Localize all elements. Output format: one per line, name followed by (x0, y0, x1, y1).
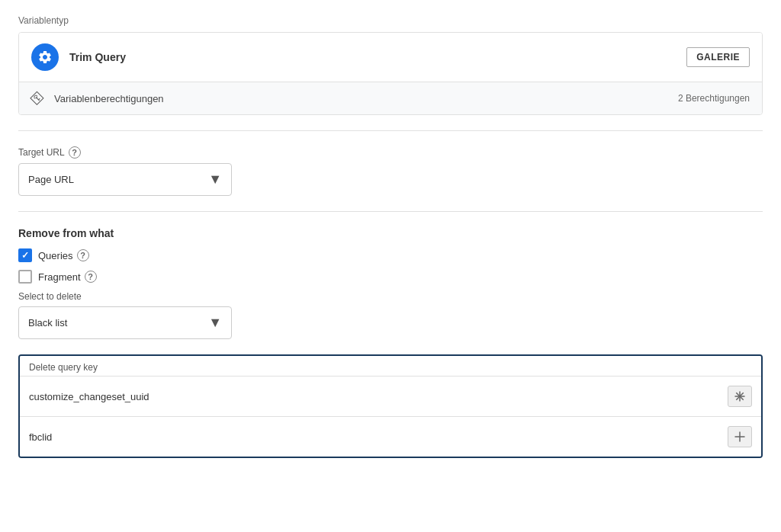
queries-checkbox-row: ✓ Queries ? (18, 248, 763, 262)
delete-icon-2 (733, 430, 747, 444)
variable-card: Trim Query GALERIE ⚿ Variablenberechtigu… (18, 32, 763, 115)
fragment-checkbox[interactable] (18, 270, 32, 284)
query-key-row-2: fbclid (20, 416, 761, 457)
trim-query-name: Trim Query (69, 51, 686, 63)
remove-section-title: Remove from what (18, 227, 763, 239)
permissions-row: ⚿ Variablenberechtigungen 2 Berechtigung… (19, 82, 762, 114)
query-key-row-1: customize_changeset_uuid (20, 376, 761, 416)
trim-query-icon (31, 43, 59, 71)
target-url-dropdown[interactable]: Page URL ▼ (18, 163, 232, 196)
queries-checkmark: ✓ (21, 251, 29, 260)
fragment-help-icon[interactable]: ? (85, 271, 97, 283)
galerie-button[interactable]: GALERIE (686, 47, 750, 67)
target-url-arrow-icon: ▼ (208, 171, 222, 187)
select-to-delete-dropdown[interactable]: Black list ▼ (18, 306, 232, 339)
select-to-delete-value: Black list (28, 317, 67, 328)
divider-1 (18, 130, 763, 131)
queries-help-icon[interactable]: ? (77, 249, 89, 261)
target-url-help-icon[interactable]: ? (69, 146, 81, 159)
permissions-count: 2 Berechtigungen (678, 93, 750, 104)
svg-rect-1 (739, 391, 741, 402)
queries-label: Queries ? (38, 249, 89, 261)
svg-rect-3 (739, 431, 741, 442)
divider-2 (18, 211, 763, 212)
target-url-section: Target URL ? Page URL ▼ (18, 146, 763, 196)
key-icon: ⚿ (28, 89, 47, 107)
gear-icon (37, 50, 53, 65)
target-url-value: Page URL (28, 174, 74, 185)
permissions-label: Variablenberechtigungen (54, 93, 678, 104)
queries-checkbox[interactable]: ✓ (18, 248, 32, 262)
delete-query-label: Delete query key (20, 356, 761, 376)
fragment-checkbox-row: Fragment ? (18, 270, 763, 284)
delete-icon-1 (733, 389, 747, 403)
fragment-label: Fragment ? (38, 271, 97, 283)
delete-query-section: Delete query key customize_changeset_uui… (18, 354, 763, 458)
delete-key-1-button[interactable] (728, 386, 752, 407)
query-key-value-2: fbclid (29, 431, 728, 443)
delete-key-2-button[interactable] (728, 426, 752, 447)
select-to-delete-label: Select to delete (18, 291, 763, 302)
remove-from-what-section: Remove from what ✓ Queries ? Fragment ? … (18, 227, 763, 339)
variablentyp-label: Variablentyp (18, 15, 763, 26)
trim-query-row: Trim Query GALERIE (19, 33, 762, 82)
query-key-value-1: customize_changeset_uuid (29, 391, 728, 402)
target-url-label: Target URL ? (18, 146, 763, 159)
select-to-delete-arrow-icon: ▼ (208, 315, 222, 331)
variablentyp-section: Variablentyp Trim Query GALERIE ⚿ Variab… (18, 15, 763, 115)
